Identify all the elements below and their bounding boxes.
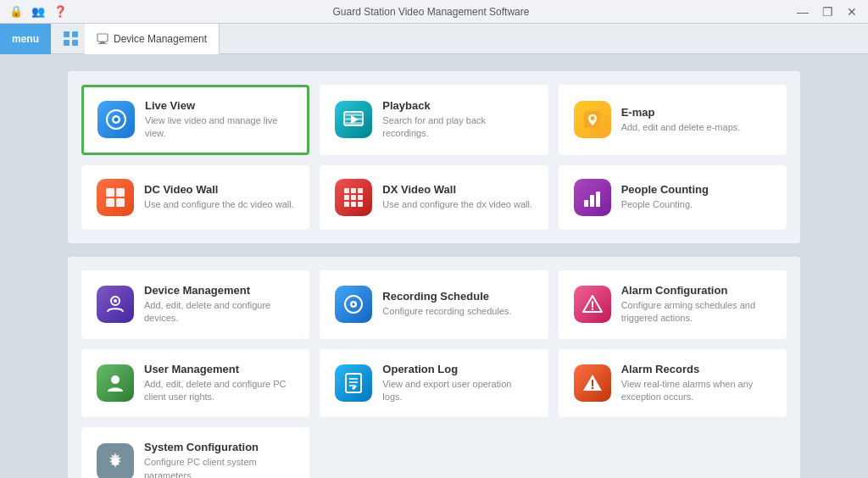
dx-video-wall-desc: Use and configure the dx video wall. [382,198,532,211]
svg-point-16 [590,116,594,120]
user-management-desc: Add, edit, delete and configure PC clien… [144,378,294,404]
tab-label: Device Management [114,33,207,45]
svg-rect-1 [72,31,78,37]
live-view-icon [97,101,135,138]
maximize-button[interactable]: ❐ [818,6,837,18]
dc-video-wall-title: DC Video Wall [144,183,294,196]
emap-text: E-map Add, edit and delete e-maps. [621,106,741,134]
device-management-icon [97,286,134,323]
operation-log-card[interactable]: Operation Log View and export user opera… [320,349,548,418]
system-configuration-desc: Configure PC client system parameters. [144,456,294,478]
close-button[interactable]: ✕ [843,6,861,18]
operation-log-icon [335,364,372,402]
svg-rect-25 [351,195,356,200]
live-view-text: Live View View live video and manage liv… [145,99,293,141]
svg-rect-23 [358,188,363,193]
live-view-title: Live View [145,99,293,112]
menu-button[interactable]: menu [0,24,51,54]
operation-log-title: Operation Log [382,363,532,375]
device-management-card[interactable]: Device Management Add, edit, delete and … [81,270,309,339]
live-view-card[interactable]: Live View View live video and manage liv… [81,85,309,155]
operation-log-desc: View and export user operation logs. [382,378,532,404]
device-management-title: Device Management [144,284,294,297]
recording-schedule-card[interactable]: Recording Schedule Configure recording s… [320,270,548,339]
svg-rect-11 [344,114,363,116]
svg-rect-24 [344,195,349,200]
people-icon[interactable]: 👥 [29,5,47,18]
system-configuration-title: System Configuration [144,441,294,453]
user-management-text: User Management Add, edit, delete and co… [144,363,294,404]
playback-title: Playback [382,99,532,112]
dx-video-wall-title: DX Video Wall [382,183,532,196]
alarm-configuration-title: Alarm Configuration [621,284,771,297]
emap-title: E-map [621,106,741,119]
svg-point-41 [111,375,120,384]
lock-icon[interactable]: 🔒 [7,5,25,18]
app-bar: menu Device Management [0,24,868,54]
recording-schedule-title: Recording Schedule [382,290,511,303]
dc-video-wall-desc: Use and configure the dc video wall. [144,198,294,211]
app-grid-icon[interactable] [58,24,85,54]
svg-rect-0 [64,31,70,37]
emap-card[interactable]: E-map Add, edit and delete e-maps. [559,85,787,155]
svg-point-9 [114,118,119,122]
svg-rect-17 [106,188,114,197]
svg-point-34 [114,299,117,303]
device-management-tab[interactable]: Device Management [85,24,220,54]
people-counting-card[interactable]: People Counting People Counting. [559,165,787,230]
device-management-desc: Add, edit, delete and configure devices. [144,299,294,325]
emap-desc: Add, edit and delete e-maps. [621,121,741,134]
svg-rect-22 [351,188,356,193]
playback-icon [335,101,372,138]
people-counting-title: People Counting [621,183,709,196]
dc-video-wall-text: DC Video Wall Use and configure the dc v… [144,183,294,211]
recording-schedule-text: Recording Schedule Configure recording s… [382,290,511,318]
recording-schedule-desc: Configure recording schedules. [382,305,511,318]
management-features-section: Device Management Add, edit, delete and … [68,257,800,478]
emap-icon [574,101,611,138]
recording-schedule-icon [335,286,372,323]
dc-video-wall-card[interactable]: DC Video Wall Use and configure the dc v… [81,165,309,230]
alarm-configuration-text: Alarm Configuration Configure arming sch… [621,284,771,325]
user-management-card[interactable]: User Management Add, edit, delete and co… [81,349,309,418]
svg-rect-28 [351,202,356,207]
minimize-button[interactable]: — [793,6,813,18]
dx-video-wall-icon [335,179,372,216]
svg-rect-19 [106,198,114,207]
svg-rect-30 [584,200,588,207]
svg-rect-21 [344,188,349,193]
alarm-configuration-desc: Configure arming schedules and triggered… [621,299,771,325]
alarm-records-desc: View real-time alarms when any exception… [621,378,771,404]
svg-rect-29 [358,202,363,207]
title-bar-left: 🔒 👥 ❓ [7,5,70,18]
svg-rect-31 [590,195,594,207]
people-counting-desc: People Counting. [621,198,709,211]
svg-rect-6 [98,43,107,44]
svg-point-37 [353,303,355,306]
svg-rect-5 [100,42,105,43]
svg-rect-18 [116,188,125,197]
playback-text: Playback Search for and play back record… [382,99,532,141]
help-icon[interactable]: ❓ [51,5,70,18]
svg-rect-4 [97,34,108,42]
device-management-text: Device Management Add, edit, delete and … [144,284,294,325]
alarm-records-title: Alarm Records [621,363,771,375]
svg-rect-2 [64,40,70,46]
playback-card[interactable]: Playback Search for and play back record… [320,85,548,155]
playback-desc: Search for and play back recordings. [382,114,532,141]
svg-rect-32 [596,192,600,207]
dx-video-wall-text: DX Video Wall Use and configure the dx v… [382,183,532,211]
dx-video-wall-card[interactable]: DX Video Wall Use and configure the dx v… [320,165,548,230]
alarm-records-icon [574,364,611,402]
user-management-icon [97,364,134,402]
svg-point-49 [591,387,593,389]
alarm-configuration-icon [574,286,611,323]
alarm-records-card[interactable]: Alarm Records View real-time alarms when… [559,349,787,418]
svg-rect-27 [344,202,349,207]
main-features-section: Live View View live video and manage liv… [68,71,800,243]
system-configuration-card[interactable]: System Configuration Configure PC client… [81,427,309,478]
window-controls: — ❐ ✕ [793,6,861,18]
system-configuration-icon [97,443,134,478]
people-counting-icon [574,179,611,216]
alarm-configuration-card[interactable]: Alarm Configuration Configure arming sch… [559,270,787,339]
